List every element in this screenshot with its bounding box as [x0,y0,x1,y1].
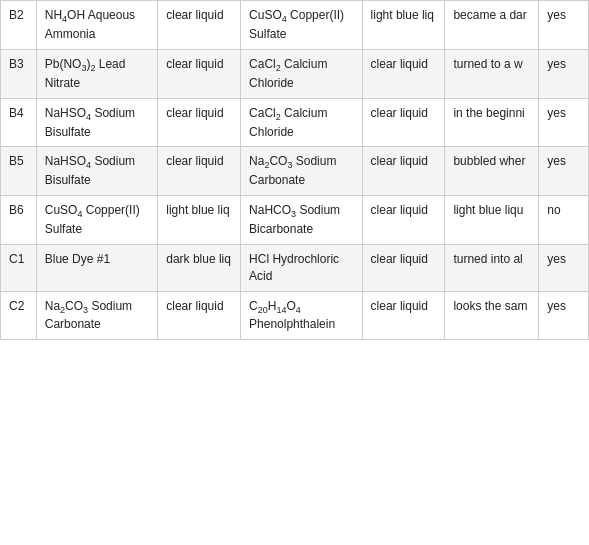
state1: clear liquid [158,98,241,147]
reactant2: CuSO4 Copper(II) Sulfate [241,1,363,50]
reaction-result: yes [539,1,589,50]
table-row: B6CuSO4 Copper(II) Sulfatelight blue liq… [1,196,589,245]
reactant1: CuSO4 Copper(II) Sulfate [36,196,158,245]
state1: clear liquid [158,49,241,98]
observation: turned into al [445,244,539,291]
state1: clear liquid [158,1,241,50]
state2: clear liquid [362,244,445,291]
table-row: B4NaHSO4 Sodium Bisulfateclear liquidCaC… [1,98,589,147]
row-id: C2 [1,291,37,340]
table-row: B2NH4OH Aqueous Ammoniaclear liquidCuSO4… [1,1,589,50]
row-id: C1 [1,244,37,291]
reactant2: CaCl2 Calcium Chloride [241,98,363,147]
table-row: B5NaHSO4 Sodium Bisulfateclear liquidNa2… [1,147,589,196]
state1: clear liquid [158,291,241,340]
reaction-result: yes [539,147,589,196]
reactions-table: B2NH4OH Aqueous Ammoniaclear liquidCuSO4… [0,0,589,340]
row-id: B4 [1,98,37,147]
state2: clear liquid [362,49,445,98]
state2: light blue liq [362,1,445,50]
observation: looks the sam [445,291,539,340]
observation: turned to a w [445,49,539,98]
table-row: C1Blue Dye #1dark blue liqHCl Hydrochlor… [1,244,589,291]
state1: light blue liq [158,196,241,245]
observation: bubbled wher [445,147,539,196]
reaction-result: no [539,196,589,245]
reactant2: NaHCO3 Sodium Bicarbonate [241,196,363,245]
reaction-result: yes [539,291,589,340]
reactant1: Pb(NO3)2 Lead Nitrate [36,49,158,98]
reactant2: HCl Hydrochloric Acid [241,244,363,291]
state2: clear liquid [362,291,445,340]
state2: clear liquid [362,98,445,147]
row-id: B6 [1,196,37,245]
observation: light blue liqu [445,196,539,245]
state1: clear liquid [158,147,241,196]
reactant2: Na2CO3 Sodium Carbonate [241,147,363,196]
reaction-result: yes [539,49,589,98]
state2: clear liquid [362,147,445,196]
row-id: B2 [1,1,37,50]
reaction-result: yes [539,244,589,291]
observation: became a dar [445,1,539,50]
reactant1: Blue Dye #1 [36,244,158,291]
observation: in the beginni [445,98,539,147]
row-id: B3 [1,49,37,98]
reactant1: NaHSO4 Sodium Bisulfate [36,147,158,196]
reactant2: CaCl2 Calcium Chloride [241,49,363,98]
row-id: B5 [1,147,37,196]
reactant1: NaHSO4 Sodium Bisulfate [36,98,158,147]
reactant2: C20H14O4 Phenolphthalein [241,291,363,340]
reactant1: Na2CO3 Sodium Carbonate [36,291,158,340]
table-row: C2Na2CO3 Sodium Carbonateclear liquidC20… [1,291,589,340]
reactant1: NH4OH Aqueous Ammonia [36,1,158,50]
state2: clear liquid [362,196,445,245]
reaction-result: yes [539,98,589,147]
table-row: B3Pb(NO3)2 Lead Nitrateclear liquidCaCl2… [1,49,589,98]
state1: dark blue liq [158,244,241,291]
